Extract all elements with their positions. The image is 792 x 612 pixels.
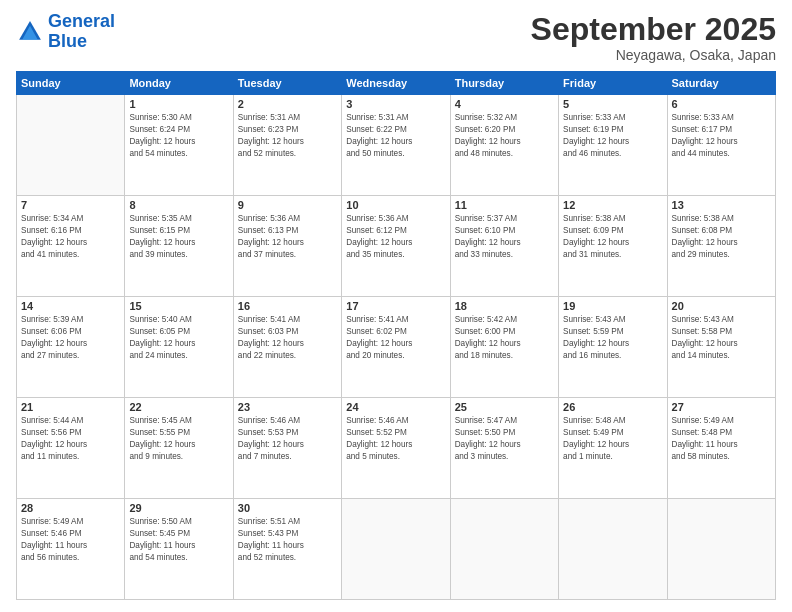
day-cell: 28Sunrise: 5:49 AMSunset: 5:46 PMDayligh… [17, 499, 125, 600]
day-cell: 22Sunrise: 5:45 AMSunset: 5:55 PMDayligh… [125, 398, 233, 499]
day-info: Sunrise: 5:43 AMSunset: 5:58 PMDaylight:… [672, 314, 771, 362]
day-number: 16 [238, 300, 337, 312]
day-info: Sunrise: 5:39 AMSunset: 6:06 PMDaylight:… [21, 314, 120, 362]
day-number: 24 [346, 401, 445, 413]
day-cell: 5Sunrise: 5:33 AMSunset: 6:19 PMDaylight… [559, 95, 667, 196]
day-number: 9 [238, 199, 337, 211]
day-info: Sunrise: 5:35 AMSunset: 6:15 PMDaylight:… [129, 213, 228, 261]
week-row-4: 28Sunrise: 5:49 AMSunset: 5:46 PMDayligh… [17, 499, 776, 600]
page: General Blue September 2025 Neyagawa, Os… [0, 0, 792, 612]
day-cell: 18Sunrise: 5:42 AMSunset: 6:00 PMDayligh… [450, 297, 558, 398]
day-info: Sunrise: 5:49 AMSunset: 5:46 PMDaylight:… [21, 516, 120, 564]
day-cell: 15Sunrise: 5:40 AMSunset: 6:05 PMDayligh… [125, 297, 233, 398]
week-row-2: 14Sunrise: 5:39 AMSunset: 6:06 PMDayligh… [17, 297, 776, 398]
calendar-table: SundayMondayTuesdayWednesdayThursdayFrid… [16, 71, 776, 600]
day-info: Sunrise: 5:47 AMSunset: 5:50 PMDaylight:… [455, 415, 554, 463]
month-title: September 2025 [531, 12, 776, 47]
day-cell: 2Sunrise: 5:31 AMSunset: 6:23 PMDaylight… [233, 95, 341, 196]
day-number: 1 [129, 98, 228, 110]
day-cell: 19Sunrise: 5:43 AMSunset: 5:59 PMDayligh… [559, 297, 667, 398]
col-header-friday: Friday [559, 72, 667, 95]
day-number: 4 [455, 98, 554, 110]
day-cell: 10Sunrise: 5:36 AMSunset: 6:12 PMDayligh… [342, 196, 450, 297]
day-cell: 8Sunrise: 5:35 AMSunset: 6:15 PMDaylight… [125, 196, 233, 297]
logo-blue: Blue [48, 31, 87, 51]
day-cell [17, 95, 125, 196]
day-info: Sunrise: 5:38 AMSunset: 6:08 PMDaylight:… [672, 213, 771, 261]
day-number: 23 [238, 401, 337, 413]
week-row-1: 7Sunrise: 5:34 AMSunset: 6:16 PMDaylight… [17, 196, 776, 297]
day-cell: 21Sunrise: 5:44 AMSunset: 5:56 PMDayligh… [17, 398, 125, 499]
day-cell: 16Sunrise: 5:41 AMSunset: 6:03 PMDayligh… [233, 297, 341, 398]
col-header-sunday: Sunday [17, 72, 125, 95]
day-info: Sunrise: 5:41 AMSunset: 6:02 PMDaylight:… [346, 314, 445, 362]
day-info: Sunrise: 5:43 AMSunset: 5:59 PMDaylight:… [563, 314, 662, 362]
day-number: 6 [672, 98, 771, 110]
calendar-header-row: SundayMondayTuesdayWednesdayThursdayFrid… [17, 72, 776, 95]
title-block: September 2025 Neyagawa, Osaka, Japan [531, 12, 776, 63]
day-cell: 23Sunrise: 5:46 AMSunset: 5:53 PMDayligh… [233, 398, 341, 499]
day-info: Sunrise: 5:50 AMSunset: 5:45 PMDaylight:… [129, 516, 228, 564]
location: Neyagawa, Osaka, Japan [531, 47, 776, 63]
day-number: 28 [21, 502, 120, 514]
day-cell: 11Sunrise: 5:37 AMSunset: 6:10 PMDayligh… [450, 196, 558, 297]
day-cell: 24Sunrise: 5:46 AMSunset: 5:52 PMDayligh… [342, 398, 450, 499]
day-info: Sunrise: 5:36 AMSunset: 6:13 PMDaylight:… [238, 213, 337, 261]
day-info: Sunrise: 5:32 AMSunset: 6:20 PMDaylight:… [455, 112, 554, 160]
day-cell [667, 499, 775, 600]
day-cell: 20Sunrise: 5:43 AMSunset: 5:58 PMDayligh… [667, 297, 775, 398]
day-number: 17 [346, 300, 445, 312]
day-number: 22 [129, 401, 228, 413]
day-info: Sunrise: 5:40 AMSunset: 6:05 PMDaylight:… [129, 314, 228, 362]
day-number: 13 [672, 199, 771, 211]
week-row-3: 21Sunrise: 5:44 AMSunset: 5:56 PMDayligh… [17, 398, 776, 499]
day-number: 2 [238, 98, 337, 110]
day-info: Sunrise: 5:38 AMSunset: 6:09 PMDaylight:… [563, 213, 662, 261]
day-cell [559, 499, 667, 600]
day-info: Sunrise: 5:31 AMSunset: 6:22 PMDaylight:… [346, 112, 445, 160]
day-cell: 13Sunrise: 5:38 AMSunset: 6:08 PMDayligh… [667, 196, 775, 297]
day-number: 8 [129, 199, 228, 211]
day-info: Sunrise: 5:51 AMSunset: 5:43 PMDaylight:… [238, 516, 337, 564]
day-info: Sunrise: 5:45 AMSunset: 5:55 PMDaylight:… [129, 415, 228, 463]
day-number: 12 [563, 199, 662, 211]
day-number: 7 [21, 199, 120, 211]
header: General Blue September 2025 Neyagawa, Os… [16, 12, 776, 63]
day-cell: 29Sunrise: 5:50 AMSunset: 5:45 PMDayligh… [125, 499, 233, 600]
day-info: Sunrise: 5:41 AMSunset: 6:03 PMDaylight:… [238, 314, 337, 362]
day-cell: 7Sunrise: 5:34 AMSunset: 6:16 PMDaylight… [17, 196, 125, 297]
day-number: 11 [455, 199, 554, 211]
logo-icon [16, 18, 44, 46]
day-number: 10 [346, 199, 445, 211]
day-info: Sunrise: 5:33 AMSunset: 6:19 PMDaylight:… [563, 112, 662, 160]
day-number: 3 [346, 98, 445, 110]
day-number: 21 [21, 401, 120, 413]
col-header-saturday: Saturday [667, 72, 775, 95]
day-cell: 9Sunrise: 5:36 AMSunset: 6:13 PMDaylight… [233, 196, 341, 297]
day-info: Sunrise: 5:31 AMSunset: 6:23 PMDaylight:… [238, 112, 337, 160]
day-cell: 4Sunrise: 5:32 AMSunset: 6:20 PMDaylight… [450, 95, 558, 196]
day-number: 5 [563, 98, 662, 110]
day-info: Sunrise: 5:46 AMSunset: 5:52 PMDaylight:… [346, 415, 445, 463]
day-cell: 26Sunrise: 5:48 AMSunset: 5:49 PMDayligh… [559, 398, 667, 499]
day-cell [450, 499, 558, 600]
day-cell: 27Sunrise: 5:49 AMSunset: 5:48 PMDayligh… [667, 398, 775, 499]
day-info: Sunrise: 5:37 AMSunset: 6:10 PMDaylight:… [455, 213, 554, 261]
day-number: 20 [672, 300, 771, 312]
day-number: 25 [455, 401, 554, 413]
day-cell: 3Sunrise: 5:31 AMSunset: 6:22 PMDaylight… [342, 95, 450, 196]
logo-general: General [48, 11, 115, 31]
col-header-tuesday: Tuesday [233, 72, 341, 95]
col-header-monday: Monday [125, 72, 233, 95]
week-row-0: 1Sunrise: 5:30 AMSunset: 6:24 PMDaylight… [17, 95, 776, 196]
day-number: 19 [563, 300, 662, 312]
day-info: Sunrise: 5:30 AMSunset: 6:24 PMDaylight:… [129, 112, 228, 160]
day-info: Sunrise: 5:48 AMSunset: 5:49 PMDaylight:… [563, 415, 662, 463]
day-cell: 6Sunrise: 5:33 AMSunset: 6:17 PMDaylight… [667, 95, 775, 196]
day-number: 18 [455, 300, 554, 312]
day-number: 14 [21, 300, 120, 312]
day-number: 26 [563, 401, 662, 413]
logo-text: General Blue [48, 12, 115, 52]
day-number: 29 [129, 502, 228, 514]
day-info: Sunrise: 5:44 AMSunset: 5:56 PMDaylight:… [21, 415, 120, 463]
